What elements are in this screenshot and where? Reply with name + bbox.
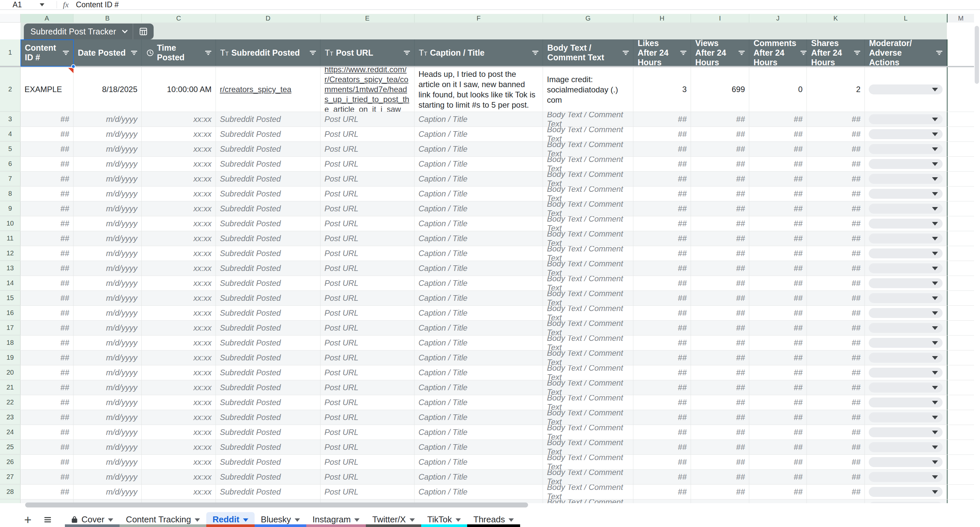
cell-comments[interactable]: ## <box>749 216 807 231</box>
cell-body-text[interactable]: Body Text / Comment Text <box>543 172 633 186</box>
cell-content-id[interactable]: ## <box>21 246 73 261</box>
cell-body-text[interactable]: Body Text / Comment Text <box>543 201 633 216</box>
cell-outside-table[interactable] <box>947 127 974 142</box>
cell-time-posted[interactable]: xx:xx <box>142 440 216 454</box>
cell-content-id[interactable]: ## <box>21 395 73 410</box>
cell-body-text[interactable]: Body Text / Comment Text <box>543 112 633 127</box>
cell-post-url[interactable]: Post URL <box>320 410 415 425</box>
cell-shares[interactable]: ## <box>807 306 865 320</box>
cell-post-url[interactable]: Post URL <box>320 112 415 127</box>
cell-date-posted[interactable]: m/d/yyyy <box>73 142 142 156</box>
cell-content-id[interactable]: ## <box>21 321 73 335</box>
cell-outside-table[interactable] <box>947 142 974 156</box>
cell-subreddit[interactable]: Subreddit Posted <box>216 276 320 290</box>
cell-comments[interactable]: ## <box>749 246 807 261</box>
cell-date-posted[interactable]: m/d/yyyy <box>73 306 142 320</box>
cell-shares[interactable]: ## <box>807 336 865 350</box>
cell-outside-table[interactable] <box>947 40 974 66</box>
cell-shares[interactable]: 2 <box>807 67 865 111</box>
cell-outside-table[interactable] <box>947 306 974 320</box>
cell-subreddit[interactable]: Subreddit Posted <box>216 201 320 216</box>
tab-chevron-down-icon[interactable] <box>354 518 360 522</box>
cell-content-id[interactable]: ## <box>21 186 73 201</box>
cell-date-posted[interactable]: m/d/yyyy <box>73 470 142 484</box>
column-header-f[interactable]: F <box>415 14 543 22</box>
cell-comments[interactable]: ## <box>749 470 807 484</box>
cell-outside-table[interactable] <box>947 231 974 246</box>
row-number[interactable]: 11 <box>0 231 21 246</box>
cell-caption[interactable]: Heads up, I tried to post the article on… <box>415 67 543 111</box>
cell-body-text[interactable]: Body Text / Comment Text <box>543 485 633 499</box>
cell-subreddit[interactable]: Subreddit Posted <box>216 380 320 395</box>
cell-outside-table[interactable] <box>947 321 974 335</box>
add-sheet-button[interactable]: + <box>21 513 35 526</box>
column-header-j[interactable]: J <box>749 14 807 22</box>
cell-subreddit[interactable]: Subreddit Posted <box>216 291 320 306</box>
cell-content-id[interactable]: ## <box>21 336 73 350</box>
row-number[interactable]: 23 <box>0 410 21 425</box>
cell-likes[interactable]: ## <box>633 246 691 261</box>
cell-date-posted[interactable]: m/d/yyyy <box>73 440 142 454</box>
cell-caption[interactable]: Caption / Title <box>415 216 543 231</box>
name-box[interactable]: A1 <box>0 0 55 9</box>
row-number[interactable]: 17 <box>0 321 21 335</box>
cell-post-url[interactable]: Post URL <box>320 201 415 216</box>
cell-content-id[interactable]: ## <box>21 231 73 246</box>
row-number[interactable]: 3 <box>0 112 21 127</box>
cell-subreddit[interactable]: Subreddit Posted <box>216 321 320 335</box>
filter-icon[interactable] <box>853 48 862 57</box>
cell-time-posted[interactable]: xx:xx <box>142 231 216 246</box>
cell-outside-table[interactable] <box>947 380 974 395</box>
cell-date-posted[interactable]: m/d/yyyy <box>73 186 142 201</box>
cell-outside-table[interactable] <box>947 500 974 503</box>
cell-subreddit[interactable]: Subreddit Posted <box>216 455 320 470</box>
cell-content-id[interactable]: ## <box>21 261 73 275</box>
cell-caption[interactable]: Caption / Title <box>415 142 543 156</box>
header-cell-shares[interactable]: Shares After 24 Hours <box>807 40 865 66</box>
row-number[interactable]: 21 <box>0 380 21 395</box>
cell-subreddit[interactable]: Subreddit Posted <box>216 246 320 261</box>
cell-date-posted[interactable]: m/d/yyyy <box>73 127 142 142</box>
filter-icon[interactable] <box>799 48 807 57</box>
sheet-tab[interactable]: Threads <box>467 512 520 527</box>
cell-likes[interactable]: ## <box>633 440 691 454</box>
select-all-corner[interactable] <box>0 14 21 22</box>
dropdown-chip[interactable] <box>869 308 943 318</box>
cell-likes[interactable]: ## <box>633 485 691 499</box>
cell-date-posted[interactable]: m/d/yyyy <box>73 455 142 470</box>
horizontal-scrollbar[interactable] <box>25 503 528 508</box>
cell-subreddit[interactable]: Subreddit Posted <box>216 350 320 365</box>
cell-comments[interactable]: ## <box>749 261 807 275</box>
cell-views[interactable]: ## <box>691 485 749 499</box>
row-number[interactable]: 7 <box>0 172 21 186</box>
cell-caption[interactable]: Caption / Title <box>415 470 543 484</box>
dropdown-chip[interactable] <box>869 368 943 377</box>
filter-icon[interactable] <box>621 48 630 57</box>
row-number[interactable]: 14 <box>0 276 21 290</box>
cell-caption[interactable]: Caption / Title <box>415 172 543 186</box>
cell-views[interactable]: ## <box>691 201 749 216</box>
cell-shares[interactable]: ## <box>807 365 865 380</box>
dropdown-chip[interactable] <box>869 189 943 199</box>
cell-outside-table[interactable] <box>947 276 974 290</box>
cell-date-posted[interactable]: m/d/yyyy <box>73 336 142 350</box>
cell-time-posted[interactable]: xx:xx <box>142 276 216 290</box>
cell-content-id[interactable]: ## <box>21 216 73 231</box>
tab-chevron-down-icon[interactable] <box>243 518 248 522</box>
dropdown-chip[interactable] <box>869 382 943 393</box>
cell-shares[interactable]: ## <box>807 455 865 470</box>
cell-subreddit[interactable]: Subreddit Posted <box>216 365 320 380</box>
row-number[interactable]: 24 <box>0 425 21 439</box>
cell-content-id[interactable]: ## <box>21 172 73 186</box>
row-number[interactable]: 6 <box>0 157 21 171</box>
cell-body-text[interactable]: Body Text / Comment Text <box>543 365 633 380</box>
dropdown-chip[interactable] <box>869 338 943 348</box>
cell-outside-table[interactable] <box>947 201 974 216</box>
cell-comments[interactable]: ## <box>749 410 807 425</box>
cell-views[interactable]: ## <box>691 172 749 186</box>
cell-body-text[interactable]: Body Text / Comment Text <box>543 157 633 171</box>
row-number[interactable]: 13 <box>0 261 21 275</box>
tab-chevron-down-icon[interactable] <box>295 518 300 522</box>
cell-caption[interactable]: Caption / Title <box>415 306 543 320</box>
cell-outside-table[interactable] <box>947 291 974 306</box>
